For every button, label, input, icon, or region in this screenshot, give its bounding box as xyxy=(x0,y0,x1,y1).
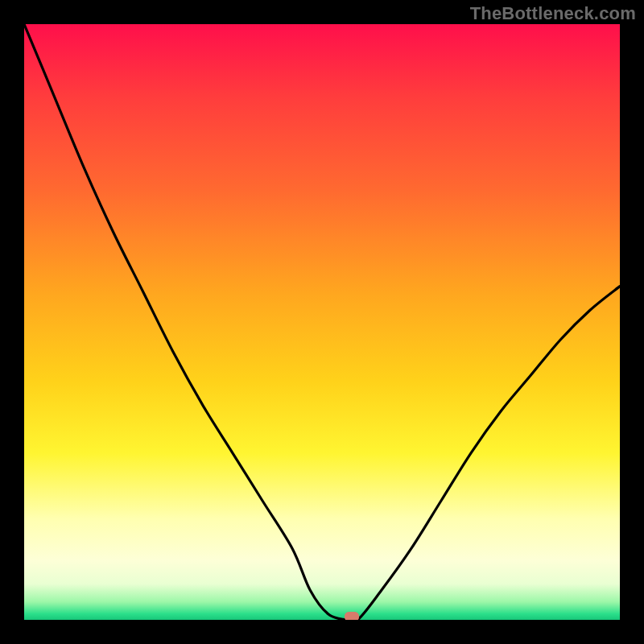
minimum-marker xyxy=(345,612,359,620)
plot-area xyxy=(24,24,620,620)
watermark-text: TheBottleneck.com xyxy=(470,3,636,24)
chart-frame: TheBottleneck.com xyxy=(0,0,644,644)
v-curve-path xyxy=(24,24,620,620)
curve-svg xyxy=(24,24,620,620)
